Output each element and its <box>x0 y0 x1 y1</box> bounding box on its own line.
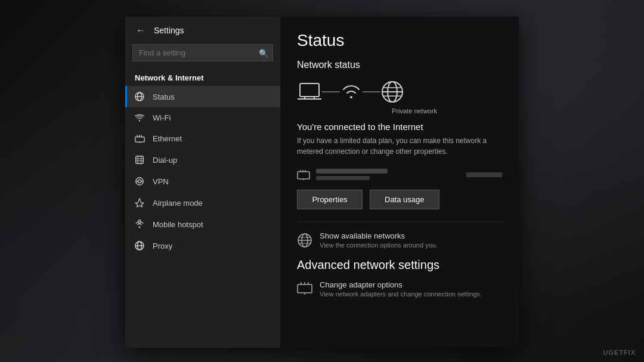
settings-window: ← Settings 🔍 Network & Internet Status <box>125 17 519 348</box>
globe-icon <box>135 92 145 101</box>
vpn-label: VPN <box>153 177 169 186</box>
change-adapter-text: Change adapter options View network adap… <box>320 280 482 298</box>
action-buttons: Properties Data usage <box>297 190 502 209</box>
sidebar-item-proxy[interactable]: Proxy <box>125 235 280 256</box>
main-content: Status Network status <box>280 17 519 348</box>
sidebar-item-vpn[interactable]: VPN <box>125 171 280 192</box>
svg-rect-40 <box>298 284 312 293</box>
network-diagram <box>297 80 502 104</box>
airplane-label: Airplane mode <box>153 199 203 208</box>
sidebar-item-airplane[interactable]: Airplane mode <box>125 192 280 214</box>
show-networks-icon <box>297 233 312 248</box>
adapter-ip-blur <box>466 172 502 177</box>
change-adapter-icon <box>297 281 312 295</box>
wifi-label: Wi-Fi <box>153 113 171 122</box>
show-networks-row[interactable]: Show available networks View the connect… <box>297 231 502 249</box>
line-1 <box>322 91 340 92</box>
adapter-sub-blur <box>316 176 370 180</box>
adapter-details <box>316 169 388 180</box>
hotspot-icon <box>135 219 145 229</box>
wifi-icon <box>135 114 145 122</box>
svg-rect-30 <box>298 172 309 179</box>
show-networks-sub: View the connection options around you. <box>320 242 438 249</box>
dialup-label: Dial-up <box>153 156 177 165</box>
status-label: Status <box>153 92 175 101</box>
show-networks-text: Show available networks View the connect… <box>320 231 438 249</box>
sidebar-item-hotspot[interactable]: Mobile hotspot <box>125 214 280 235</box>
network-status-heading: Network status <box>297 60 502 70</box>
search-icon: 🔍 <box>259 48 268 57</box>
adapter-row <box>297 166 502 182</box>
sidebar-item-dialup[interactable]: Dial-up <box>125 149 280 171</box>
page-title: Status <box>297 31 502 50</box>
change-adapter-row[interactable]: Change adapter options View network adap… <box>297 280 502 298</box>
settings-title: Settings <box>154 26 184 35</box>
sidebar: ← Settings 🔍 Network & Internet Status <box>125 17 280 348</box>
line-2 <box>363 91 380 92</box>
svg-rect-3 <box>135 137 144 142</box>
sidebar-item-status[interactable]: Status <box>125 86 280 107</box>
dialup-icon <box>135 155 145 165</box>
data-usage-button[interactable]: Data usage <box>370 190 439 209</box>
change-adapter-sub: View network adapters and change connect… <box>320 290 482 298</box>
svg-rect-21 <box>300 83 319 97</box>
connected-sub: If you have a limited data plan, you can… <box>297 135 502 157</box>
show-networks-title: Show available networks <box>320 231 438 240</box>
airplane-icon <box>135 198 145 208</box>
connected-title: You're connected to the Internet <box>297 122 502 132</box>
svg-point-14 <box>138 180 141 182</box>
network-label: Private network <box>297 107 502 115</box>
internet-icon <box>380 80 404 104</box>
advanced-section: Advanced network settings Change adapter… <box>297 258 502 298</box>
sidebar-item-ethernet[interactable]: Ethernet <box>125 128 280 149</box>
back-button[interactable]: ← <box>135 25 147 36</box>
properties-button[interactable]: Properties <box>297 190 363 209</box>
proxy-label: Proxy <box>153 242 172 250</box>
wifi-signal-icon <box>340 83 363 101</box>
change-adapter-title: Change adapter options <box>320 280 482 289</box>
search-input[interactable] <box>132 44 273 61</box>
sidebar-item-wifi[interactable]: Wi-Fi <box>125 107 280 128</box>
laptop-icon <box>297 82 322 101</box>
adapter-icon <box>297 169 310 180</box>
nav-section-label: Network & Internet <box>125 66 280 86</box>
search-container: 🔍 <box>132 44 273 61</box>
proxy-icon <box>135 241 145 250</box>
ethernet-icon <box>135 135 145 143</box>
adapter-name-blur <box>316 169 388 174</box>
adapter-info <box>297 169 388 180</box>
divider-1 <box>297 221 502 222</box>
sidebar-header: ← Settings <box>125 17 280 44</box>
vpn-icon <box>135 177 145 186</box>
advanced-title: Advanced network settings <box>297 258 502 272</box>
hotspot-label: Mobile hotspot <box>153 220 203 229</box>
watermark: UGETFIX <box>603 349 636 356</box>
ethernet-label: Ethernet <box>153 134 182 143</box>
svg-rect-8 <box>136 156 143 163</box>
